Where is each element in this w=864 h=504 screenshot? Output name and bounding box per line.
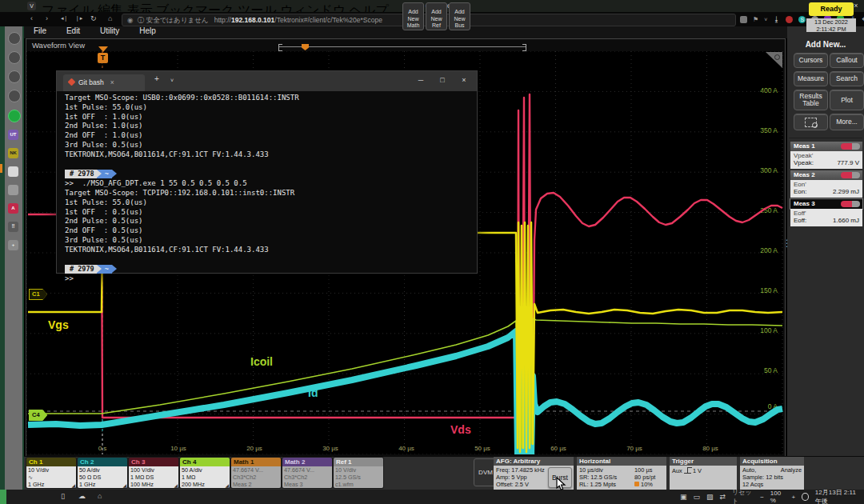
meas1-badge-body[interactable]: Vpeak' Vpeak:777.9 V — [790, 151, 862, 169]
meas1-badge-header[interactable]: Meas 1 — [790, 142, 862, 151]
add-new-ref-button[interactable]: Add New Ref — [426, 2, 447, 30]
tab-close-icon[interactable]: × — [110, 78, 114, 86]
add-new-math-button[interactable]: Add New Math — [402, 2, 424, 30]
cloud-icon[interactable]: ☁ — [78, 492, 86, 500]
clock-icon — [802, 493, 809, 501]
badge-corner-icon: ◢ — [225, 482, 229, 488]
panel-icon-nk[interactable]: NK — [8, 148, 18, 158]
overview-trigger-marker[interactable] — [302, 44, 309, 50]
bookmark-icon[interactable]: ⚑ — [753, 16, 758, 23]
reload-icon[interactable]: ↻ — [90, 14, 97, 22]
panel-qr-icon[interactable] — [8, 166, 18, 177]
taskbar-datetime[interactable]: 12月13日 2:11 午後 — [815, 488, 861, 504]
zoom-out-icon[interactable]: − — [760, 494, 764, 501]
zoom-mode-button[interactable] — [794, 114, 828, 130]
meas1-badge-pill-icon[interactable] — [841, 143, 860, 150]
ch1-badge[interactable]: Ch 1 10 V/div∿1 GHz◢ — [26, 458, 76, 488]
terminal-tab-gitbash[interactable]: Git bash× — [63, 74, 145, 91]
sync-icon[interactable]: ⇄ — [720, 493, 726, 501]
panel-add-icon[interactable]: + — [8, 240, 18, 250]
panel-grid-icon[interactable]: ⠿ — [8, 222, 18, 232]
panel-icon-a[interactable]: A — [8, 203, 18, 214]
skype-icon[interactable]: S — [798, 16, 806, 23]
trigger-position-arrow[interactable] — [98, 46, 108, 52]
forward-icon[interactable]: › — [46, 14, 48, 22]
back-icon[interactable]: ‹ — [30, 14, 33, 22]
git-bash-icon — [68, 78, 76, 86]
time-label-10: 10 µs — [162, 445, 194, 452]
trace-icoil-ch4 — [28, 316, 782, 448]
cursors-button[interactable]: Cursors — [794, 53, 828, 68]
new-tab-button[interactable]: + — [154, 74, 159, 83]
scope-menu-help[interactable]: Help — [139, 26, 156, 35]
scope-menu-utility[interactable]: Utility — [100, 26, 119, 35]
download-icon[interactable]: ⭳ — [773, 15, 780, 23]
trigger-panel[interactable]: Trigger Aux 1 V — [670, 457, 737, 489]
web-panel-icon-4[interactable] — [8, 90, 21, 102]
meas2-badge-body[interactable]: Eon' Eon:2.299 mJ — [790, 180, 862, 198]
terminal-maximize-button[interactable]: □ — [436, 76, 449, 84]
measure-button[interactable]: Measure — [794, 71, 828, 86]
adblock-icon[interactable] — [786, 16, 793, 23]
web-panel-icon-3[interactable] — [8, 70, 21, 83]
scope-menu-file[interactable]: File — [34, 26, 46, 35]
ch3-badge[interactable]: Ch 3 100 V/div1 MΩ DS100 MHz◢ — [129, 458, 178, 488]
trigger-position-icon[interactable]: T — [98, 53, 108, 63]
web-panel-icon-1[interactable] — [8, 32, 21, 45]
sidebar-separator — [789, 138, 862, 138]
rising-edge-icon — [684, 467, 691, 474]
info-icon[interactable]: ⓘ — [138, 16, 145, 24]
zoom-in-icon[interactable]: + — [792, 494, 796, 501]
badge-corner-icon: ◢ — [174, 482, 178, 488]
search-button[interactable]: Search — [830, 71, 864, 86]
qr-icon[interactable] — [740, 16, 747, 23]
plot-button[interactable]: Plot — [830, 90, 864, 110]
panel-orange-marker — [0, 164, 2, 173]
fast-forward-icon[interactable]: ❘▸ — [75, 15, 82, 22]
meas3-badge-pill-icon[interactable] — [841, 201, 860, 207]
horizontal-panel[interactable]: Horizontal 10 µs/divSR: 12.5 GS/sRL: 1.2… — [577, 457, 666, 489]
add-new-title: Add New... — [787, 40, 864, 49]
terminal-window[interactable]: Git bash× + ˅ ─ □ × Target MSO-Scope: US… — [56, 70, 478, 274]
taskbar-zoom-level[interactable]: 100 % — [770, 490, 786, 504]
math2-badge[interactable]: Math 2 47.6674 V...Ch3*Ch2Meas 3 — [282, 458, 332, 488]
window-tray-icon[interactable]: ▭ — [694, 493, 701, 501]
panel-icon-ut[interactable]: UT — [8, 130, 18, 140]
add-new-bus-button[interactable]: Add New Bus — [449, 2, 470, 30]
active-panel-icon[interactable] — [8, 110, 21, 122]
results-table-button[interactable]: Results Table — [794, 90, 828, 110]
meas3-badge-header[interactable]: Meas 3 — [790, 199, 862, 209]
ch4-badge[interactable]: Ch 4 50 A/div1 MΩ200 MHz◢ — [180, 458, 230, 488]
meas3-badge-body[interactable]: Eoff' Eoff:1.660 mJ — [790, 209, 862, 226]
terminal-titlebar[interactable]: Git bash× + ˅ ─ □ × — [57, 71, 477, 91]
ref1-badge[interactable]: Ref 1 10 V/div12.5 GS/sc1.wfm — [334, 458, 383, 488]
terminal-cursor-line[interactable]: >> — [65, 274, 469, 284]
callout-button[interactable]: Callout — [830, 53, 864, 68]
terminal-minimize-button[interactable]: ─ — [414, 76, 427, 84]
web-panel-icon-2[interactable] — [8, 51, 21, 64]
picture-icon[interactable]: ▨ — [706, 493, 714, 501]
camera-icon[interactable]: ▣ — [680, 493, 687, 501]
meas2-badge-header[interactable]: Meas 2 — [790, 170, 862, 180]
rewind-icon[interactable]: ◂❘ — [61, 15, 68, 22]
security-label: 安全ではありません — [146, 16, 209, 24]
meas2-badge-pill-icon[interactable] — [841, 172, 860, 178]
taskbar-tray: ▣ ▭ ▨ ⇄ リセット − 100 % + 12月13日 2:11 午後 — [680, 490, 861, 504]
ch2-badge[interactable]: Ch 2 50 A/div50 Ω DS1 GHz◢ — [78, 458, 127, 488]
terminal-close-button[interactable]: × — [458, 76, 470, 84]
chevron-down-icon[interactable]: ˅ — [764, 17, 767, 22]
reset-label[interactable]: リセット — [732, 488, 754, 504]
taskbar-home-icon[interactable]: ⌂ — [98, 492, 102, 500]
more-button[interactable]: More... — [830, 114, 864, 130]
taskbar-widget-icon[interactable]: ▯ — [61, 492, 65, 500]
scope-menu-edit[interactable]: Edit — [66, 26, 80, 35]
math1-badge[interactable]: Math 1 47.6674 V...Ch3*Ch2Meas 2 — [231, 458, 281, 488]
home-icon[interactable]: ⌂ — [108, 14, 112, 22]
tab-dropdown-icon[interactable]: ˅ — [170, 78, 174, 83]
pan-zoom-overview-bar[interactable] — [278, 44, 526, 50]
acquisition-panel[interactable]: Acquisition Auto,Analyze Sample: 12 bits… — [740, 457, 804, 489]
badge-corner-icon: ◢ — [122, 482, 126, 488]
panel-doc-icon[interactable] — [8, 185, 18, 195]
ready-status-button[interactable]: Ready — [809, 2, 854, 16]
time-label-80: 80 µs — [694, 445, 726, 452]
